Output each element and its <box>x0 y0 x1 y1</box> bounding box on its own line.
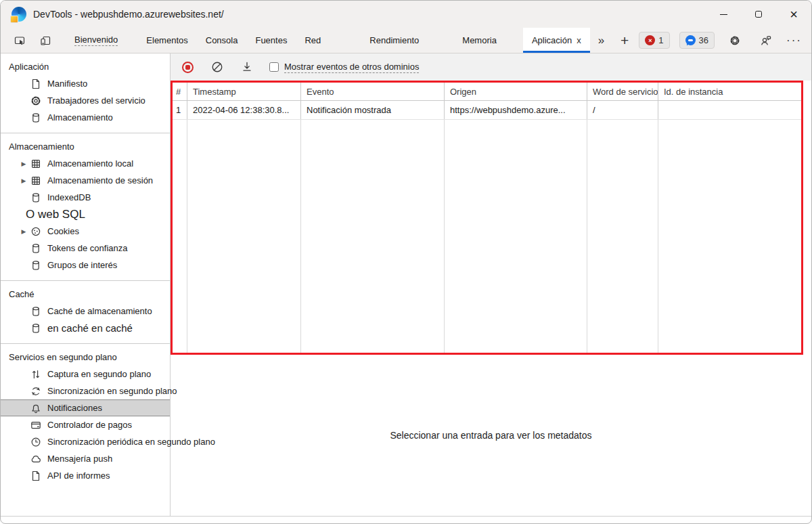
sidebar-item-cache-de-almacenamiento[interactable]: Caché de almacenamiento <box>1 303 170 320</box>
sidebar-section-aplicacion: Aplicación Manifiesto Trabajadores del s… <box>1 53 170 133</box>
sidebar-item-api-de-informes[interactable]: API de informes <box>1 467 170 484</box>
double-chevron-icon: » <box>598 34 604 47</box>
record-icon <box>185 65 190 70</box>
tab-memoria[interactable]: Memoria <box>453 28 505 53</box>
events-table-header: # Timestamp Evento Origen Word de servic… <box>173 83 801 101</box>
save-events-button[interactable] <box>241 61 253 73</box>
tab-red[interactable]: Red <box>296 28 330 53</box>
sidebar-item-indexeddb[interactable]: IndexedDB <box>1 189 170 206</box>
maximize-button[interactable] <box>741 1 776 28</box>
errors-badge[interactable]: × 1 <box>639 32 669 49</box>
event-row[interactable]: 1 2022-04-06 12:38:30.8... Notificación … <box>173 101 801 120</box>
gear-icon <box>30 95 41 106</box>
more-options-button[interactable]: ··· <box>786 34 802 47</box>
expander-icon[interactable]: ▶ <box>17 160 30 167</box>
sidebar-item-label: Caché de almacenamiento <box>47 306 152 316</box>
cell-num: 1 <box>173 101 187 119</box>
expander-icon[interactable]: ▶ <box>17 177 30 184</box>
database-icon <box>30 323 41 334</box>
column-header-evento[interactable]: Evento <box>301 83 445 100</box>
column-header-num[interactable]: # <box>173 83 187 100</box>
notifications-toolbar: Mostrar eventos de otros dominios <box>171 53 811 81</box>
error-icon: × <box>645 35 655 45</box>
sidebar-item-mensajeria-push[interactable]: Mensajería push <box>1 450 170 467</box>
sidebar-item-captura-en-segundo-plano[interactable]: Captura en segundo plano <box>1 366 170 383</box>
column-header-timestamp[interactable]: Timestamp <box>187 83 301 100</box>
clear-icon <box>211 61 223 73</box>
expander-icon[interactable]: ▶ <box>17 228 30 235</box>
window-controls: × <box>706 1 811 28</box>
tab-label: Elementos <box>146 35 187 45</box>
new-panel-button[interactable]: + <box>615 28 634 53</box>
settings-button[interactable] <box>724 35 746 46</box>
inspect-element-button[interactable] <box>9 28 30 53</box>
tab-label: Memoria <box>462 35 497 45</box>
sidebar-item-trabajadores-del-servicio[interactable]: Trabajadores del servicio <box>1 92 170 109</box>
minimize-icon <box>720 14 727 15</box>
section-header: Caché <box>1 285 170 303</box>
column-header-service-worker[interactable]: Word de servicio <box>587 83 658 100</box>
sidebar-item-almacenamiento[interactable]: Almacenamiento <box>1 109 170 126</box>
tab-elementos[interactable]: Elementos <box>137 28 196 53</box>
error-count: 1 <box>658 35 663 45</box>
sidebar-item-controlador-de-pagos[interactable]: Controlador de pagos <box>1 416 170 433</box>
chat-bubble-icon <box>685 35 696 45</box>
cell-instance-id <box>658 101 801 119</box>
sidebar-item-label: Almacenamiento <box>47 112 113 123</box>
tab-close-icon[interactable]: x <box>577 35 581 45</box>
device-toolbar-button[interactable] <box>35 28 56 53</box>
sidebar-item-web-sql[interactable]: O web SQL <box>1 206 170 223</box>
sidebar-item-label: IndexedDB <box>47 192 91 202</box>
sidebar-item-en-cache-en-cache[interactable]: en caché en caché <box>1 320 170 336</box>
clear-button[interactable] <box>211 61 223 73</box>
sidebar-item-notificaciones[interactable]: Notificaciones <box>1 399 170 416</box>
sidebar-section-servicios-en-segundo-plano: Servicios en segundo plano Captura en se… <box>1 343 170 491</box>
show-other-domains-checkbox[interactable] <box>269 62 279 72</box>
close-button[interactable]: × <box>776 1 811 28</box>
sidebar-item-almacenamiento-local[interactable]: ▶ Almacenamiento local <box>1 155 170 172</box>
tab-bienvenido[interactable]: Bienvenido <box>66 28 127 53</box>
record-button[interactable] <box>182 62 194 73</box>
cell-origen: https://webpushdemo.azure... <box>445 101 587 119</box>
sidebar-item-almacenamiento-de-sesion[interactable]: ▶ Almacenamiento de sesión <box>1 172 170 189</box>
more-tabs-button[interactable]: » <box>593 28 610 53</box>
tab-label: Bienvenido <box>74 35 118 46</box>
tab-label: Red <box>304 35 321 45</box>
sidebar-item-manifiesto[interactable]: Manifiesto <box>1 75 170 92</box>
tab-consola[interactable]: Consola <box>197 28 247 53</box>
up-down-arrows-icon <box>30 369 41 380</box>
cell-evento: Notificación mostrada <box>301 101 445 119</box>
download-icon <box>241 61 253 73</box>
inspect-cursor-icon <box>14 35 25 46</box>
sidebar-item-tokens-de-confianza[interactable]: Tokens de confianza <box>1 240 170 257</box>
tab-aplicacion[interactable]: Aplicación x <box>523 28 590 53</box>
events-table-empty-rows <box>173 120 801 353</box>
sidebar-section-cache: Caché Caché de almacenamiento en caché e… <box>1 280 170 343</box>
minimize-button[interactable] <box>706 1 741 28</box>
column-header-origen[interactable]: Origen <box>445 83 587 100</box>
sidebar-item-label: Almacenamiento de sesión <box>47 175 153 185</box>
sidebar-item-grupos-de-interes[interactable]: Grupos de interés <box>1 257 170 274</box>
sidebar-item-label: API de informes <box>47 471 110 481</box>
metadata-details-pane: Seleccionar una entrada para ver los met… <box>171 355 811 516</box>
sidebar-item-cookies[interactable]: ▶ Cookies <box>1 223 170 240</box>
sidebar-item-label: Captura en segundo plano <box>47 369 151 379</box>
tab-label: Aplicación <box>532 35 572 45</box>
sidebar-item-label: Controlador de pagos <box>47 420 132 430</box>
events-table-annotated-region: # Timestamp Evento Origen Word de servic… <box>171 81 803 355</box>
database-icon <box>30 192 41 203</box>
column-header-instance-id[interactable]: Id. de instancia <box>658 83 801 100</box>
notifications-panel: Mostrar eventos de otros dominios # Time… <box>171 53 811 516</box>
sidebar-item-label: Sincronización en segundo plano <box>47 386 177 396</box>
tab-fuentes[interactable]: Fuentes <box>246 28 296 53</box>
empty-col <box>187 120 301 353</box>
close-icon: × <box>790 7 798 21</box>
checkbox-label[interactable]: Mostrar eventos de otros dominios <box>284 62 419 73</box>
issues-badge[interactable]: 36 <box>679 32 715 49</box>
section-header: Servicios en segundo plano <box>1 348 170 366</box>
sidebar-item-sincronizacion-en-segundo-plano[interactable]: Sincronización en segundo plano <box>1 383 170 399</box>
feedback-button[interactable] <box>755 35 777 46</box>
tab-rendimiento[interactable]: Rendimiento <box>361 28 428 53</box>
sidebar-item-sincronizacion-periodica[interactable]: Sincronización periódica en segundo plan… <box>1 433 170 450</box>
sidebar-item-label: Trabajadores del servicio <box>47 95 145 106</box>
